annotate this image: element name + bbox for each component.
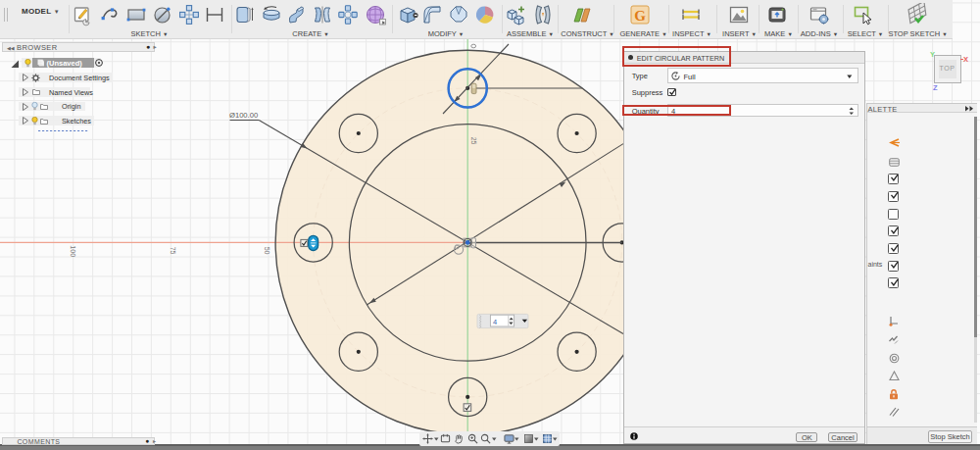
svg-text:4: 4 (493, 318, 497, 326)
svg-text:G: G (635, 8, 647, 24)
svg-text:100: 100 (70, 245, 76, 257)
svg-text:75: 75 (170, 247, 176, 255)
svg-text:25: 25 (470, 137, 477, 145)
svg-text:50: 50 (264, 247, 270, 255)
